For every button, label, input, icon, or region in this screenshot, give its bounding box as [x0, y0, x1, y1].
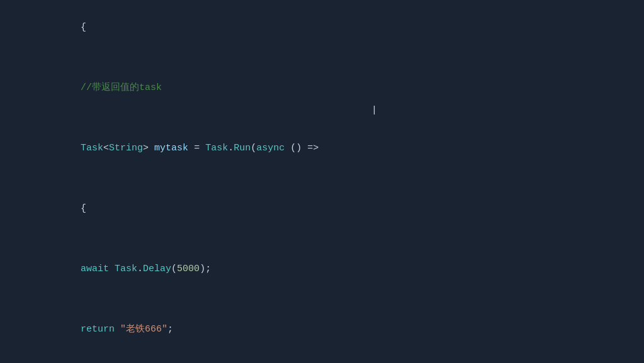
code-line: }, cancellationToken.Token);: [0, 352, 644, 363]
line-content: await Task.Delay(5000);: [44, 232, 644, 292]
line-content: {: [44, 171, 644, 232]
code-line: await Task.Delay(5000);: [0, 232, 644, 292]
code-line: {: [0, 5, 644, 50]
brace: {: [81, 22, 86, 33]
keyword-return: return: [81, 324, 115, 335]
line-content: }, cancellationToken.Token);: [44, 352, 644, 363]
comment-text: //带返回值的task: [81, 82, 162, 93]
code-line: return "老铁666";: [0, 292, 644, 352]
keyword-await: await: [81, 264, 109, 274]
line-content: Task<String> mytask = Task.Run(async () …: [44, 111, 644, 171]
code-line: //带返回值的task: [0, 50, 644, 111]
line-content: //带返回值的task: [44, 50, 644, 111]
code-line: {: [0, 171, 644, 232]
line-content: {: [44, 5, 644, 50]
code-line: Task<String> mytask = Task.Run(async () …: [0, 111, 644, 171]
code-editor: { //带返回值的task Task<String> mytask = Task…: [0, 0, 644, 363]
type-keyword: Task: [81, 143, 103, 154]
line-content: return "老铁666";: [44, 292, 644, 352]
